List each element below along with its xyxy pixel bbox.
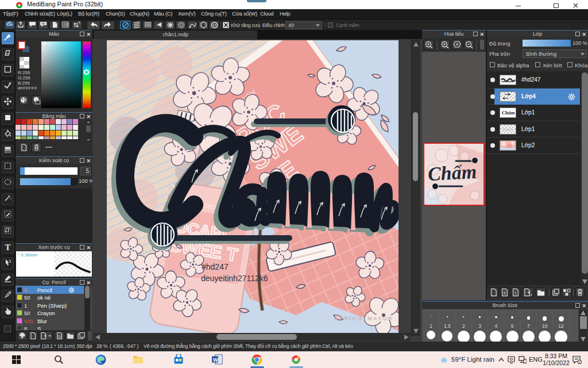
svg-text:#hd247: #hd247 bbox=[202, 262, 229, 271]
svg-text:Chấm: Chấm bbox=[427, 161, 477, 185]
svg-text:1: 1 bbox=[514, 290, 517, 296]
svg-text:Chấm: Chấm bbox=[502, 127, 513, 132]
svg-text:APRICOTMAYUR: APRICOTMAYUR bbox=[334, 316, 393, 321]
svg-text:deuyeitinh27112k6: deuyeitinh27112k6 bbox=[201, 274, 268, 283]
svg-text:S: S bbox=[58, 334, 61, 339]
svg-text:W: W bbox=[213, 356, 218, 363]
svg-text:Chấm: Chấm bbox=[502, 110, 515, 116]
svg-text:8: 8 bbox=[504, 290, 506, 296]
svg-text:1: 1 bbox=[579, 361, 581, 364]
